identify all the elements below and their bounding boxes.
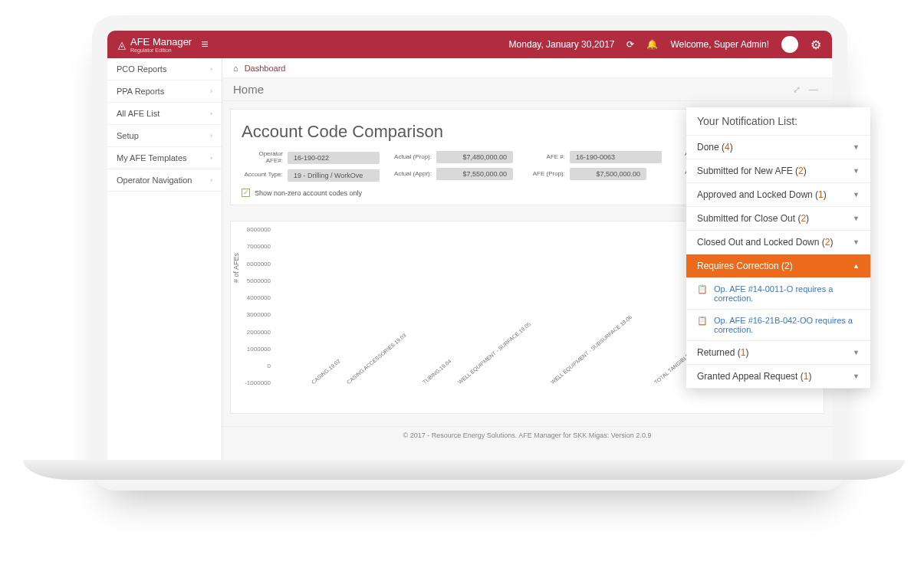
sidebar-item-1[interactable]: PPA Reports› xyxy=(107,80,222,103)
chevron-right-icon: › xyxy=(210,65,212,73)
afe-prop-label: AFE (Prop): xyxy=(524,171,565,178)
sidebar-item-2[interactable]: All AFE List› xyxy=(107,103,222,125)
gear-icon[interactable]: ⚙ xyxy=(811,38,821,52)
header-date: Monday, January 30,2017 xyxy=(509,39,615,50)
notification-row-2[interactable]: Approved and Locked Down (1)▼ xyxy=(686,183,870,207)
afe-prop-value: $7,500,000.00 xyxy=(570,168,646,180)
breadcrumb-dashboard[interactable]: Dashboard xyxy=(245,64,286,73)
chevron-down-icon: ▼ xyxy=(853,191,860,199)
ytick: 0 xyxy=(245,362,271,369)
actual-appr-label: Actual (Appr): xyxy=(390,171,432,178)
ytick: 6000000 xyxy=(245,260,271,267)
bell-icon[interactable]: 🔔 xyxy=(646,39,658,50)
topbar: ◬ AFE Manager Regulator Edition ≡ Monday… xyxy=(107,31,832,58)
nonzero-checkbox[interactable]: ✓ xyxy=(242,189,250,197)
actual-prop-value: $7,480,000.00 xyxy=(436,151,513,163)
refresh-icon[interactable]: ⟳ xyxy=(626,39,634,50)
operator-afe-label: Operator AFE#: xyxy=(242,151,283,165)
afe-num-label: AFE #: xyxy=(524,154,565,161)
actual-prop-label: Actual (Prop): xyxy=(390,154,432,161)
sidebar-item-4[interactable]: My AFE Templates› xyxy=(107,147,222,169)
chevron-down-icon: ▼ xyxy=(853,167,860,175)
brand-title: AFE Manager xyxy=(130,36,192,48)
minimize-icon[interactable]: — xyxy=(809,84,821,95)
ytick: 2000000 xyxy=(245,328,271,335)
notification-panel: Your Notification List: Done (4)▼Submitt… xyxy=(686,107,870,389)
chevron-right-icon: › xyxy=(210,176,212,184)
operator-afe-value: 16-190-022 xyxy=(288,152,380,164)
brand-subtitle: Regulator Edition xyxy=(130,48,192,53)
expand-icon[interactable]: ⤢ xyxy=(793,84,804,95)
notification-detail-0[interactable]: 📋Op. AFE #14-0011-O requires a correctio… xyxy=(686,278,870,310)
chevron-down-icon: ▼ xyxy=(853,349,860,356)
brand-icon: ◬ xyxy=(118,39,126,51)
account-type-dropdown[interactable]: 19 - Drilling / WorkOve xyxy=(288,169,380,182)
notification-row-6[interactable]: Returned (1)▼ xyxy=(686,341,870,365)
afe-num-value: 16-190-0063 xyxy=(570,151,662,163)
notification-row-5[interactable]: Requires Correction (2)▲ xyxy=(686,254,870,278)
chevron-down-icon: ▼ xyxy=(853,143,860,151)
footer-copyright: © 2017 - Resource Energy Solutions. AFE … xyxy=(222,426,832,444)
sidebar: PCO Reports›PPA Reports›All AFE List›Set… xyxy=(107,58,222,475)
page-title: Home xyxy=(233,83,264,96)
home-icon[interactable]: ⌂ xyxy=(233,64,238,73)
laptop-base xyxy=(23,460,905,480)
ytick: 8000000 xyxy=(245,226,271,233)
ytick: -1000000 xyxy=(245,379,271,386)
notification-row-1[interactable]: Submitted for New AFE (2)▼ xyxy=(686,159,870,183)
chevron-right-icon: › xyxy=(210,110,212,117)
chevron-right-icon: › xyxy=(210,132,212,139)
chevron-up-icon: ▲ xyxy=(853,262,860,270)
sidebar-item-0[interactable]: PCO Reports› xyxy=(107,58,222,80)
avatar[interactable] xyxy=(781,36,798,53)
notification-row-4[interactable]: Closed Out and Locked Down (2)▼ xyxy=(686,231,870,254)
ytick: 4000000 xyxy=(245,294,271,301)
notification-row-0[interactable]: Done (4)▼ xyxy=(686,136,870,159)
chart-ylabel: # of AFEs xyxy=(232,253,240,283)
page-header: Home ⤢ — xyxy=(222,78,832,101)
menu-toggle-icon[interactable]: ≡ xyxy=(201,38,208,51)
account-type-label: Account Type: xyxy=(242,172,283,179)
brand: ◬ AFE Manager Regulator Edition xyxy=(118,36,192,53)
ytick: 3000000 xyxy=(245,311,271,318)
chevron-right-icon: › xyxy=(210,87,212,95)
sidebar-item-3[interactable]: Setup› xyxy=(107,125,222,147)
breadcrumb: ⌂ Dashboard xyxy=(222,58,832,78)
ytick: 7000000 xyxy=(245,243,271,250)
sidebar-item-5[interactable]: Operator Navigation› xyxy=(107,169,222,192)
chevron-right-icon: › xyxy=(210,154,212,162)
notification-row-7[interactable]: Granted Appeal Request (1)▼ xyxy=(686,365,870,389)
nonzero-checkbox-label: Show non-zero account codes only xyxy=(255,189,362,197)
ytick: 5000000 xyxy=(245,277,271,284)
ytick: 1000000 xyxy=(245,345,271,352)
notification-title: Your Notification List: xyxy=(686,107,870,136)
actual-appr-value: $7,550,000.00 xyxy=(436,168,513,180)
clipboard-icon: 📋 xyxy=(697,316,708,334)
chevron-down-icon: ▼ xyxy=(853,215,860,222)
chevron-down-icon: ▼ xyxy=(853,372,860,380)
chevron-down-icon: ▼ xyxy=(853,238,860,246)
notification-row-3[interactable]: Submitted for Close Out (2)▼ xyxy=(686,207,870,231)
clipboard-icon: 📋 xyxy=(697,284,708,303)
notification-detail-1[interactable]: 📋Op. AFE #16-21B-042-OO requires a corre… xyxy=(686,310,870,341)
welcome-label: Welcome, Super Admin! xyxy=(670,39,769,50)
